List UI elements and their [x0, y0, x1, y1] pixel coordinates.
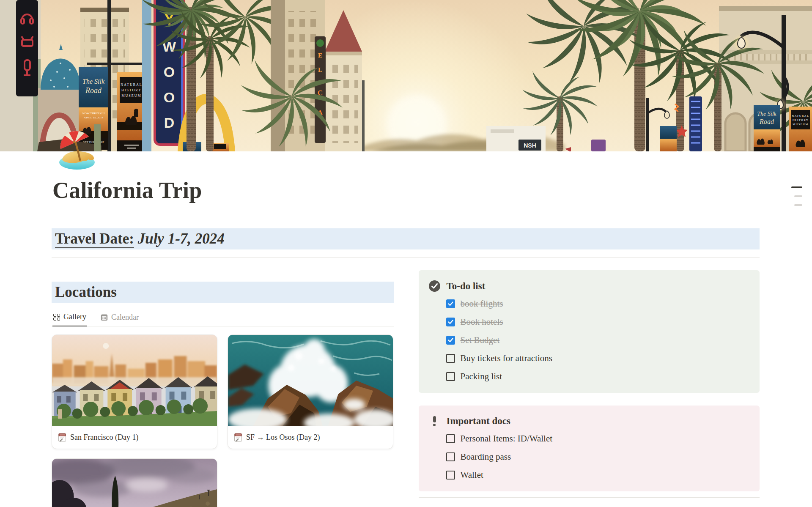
- toc-line[interactable]: [794, 195, 802, 197]
- svg-text:MUSEUM: MUSEUM: [121, 94, 141, 98]
- travel-date-label: Travel Date:: [55, 230, 134, 248]
- el-capitan-sign: E L C A: [315, 36, 326, 143]
- svg-text:HISTORY: HISTORY: [793, 118, 809, 121]
- todo-items: book flights Book hotels Set Budget: [446, 299, 750, 382]
- card-san-francisco[interactable]: San Francisco (Day 1): [52, 334, 217, 449]
- todo-item-label[interactable]: Buy tickets for attractions: [461, 353, 553, 364]
- todo-item-label[interactable]: Packing list: [461, 371, 502, 382]
- important-docs-callout: Important docs Personal Items: ID/Wallet…: [419, 406, 760, 491]
- travel-date-heading[interactable]: Travel Date: July 1-7, 2024: [52, 228, 760, 249]
- card-caption-text: San Francisco (Day 1): [70, 433, 138, 442]
- docs-item-label[interactable]: Wallet: [461, 470, 483, 480]
- gallery-grid: San Francisco (Day 1): [52, 334, 394, 507]
- grid-icon: [53, 314, 60, 321]
- docs-item-label[interactable]: Boarding pass: [461, 452, 511, 462]
- card-caption: San Francisco (Day 1): [52, 426, 217, 449]
- checkbox-unchecked[interactable]: [446, 354, 455, 363]
- right-column: To-do list book flights Book hotels: [419, 270, 760, 502]
- card-hollywood[interactable]: HOLLYWOOD: [52, 458, 217, 507]
- memo-icon: [58, 433, 66, 442]
- travel-date-value: July 1-7, 2024: [134, 230, 225, 247]
- exclamation-icon: [429, 416, 440, 426]
- docs-heading[interactable]: Important docs: [447, 416, 510, 427]
- divider: [52, 257, 760, 258]
- svg-text:Road: Road: [85, 86, 102, 95]
- todo-item: Book hotels: [446, 317, 750, 327]
- cover-image: NSH The Silk Road NOW THROUGH APRIL 15, …: [0, 0, 812, 151]
- svg-text:NATURAL: NATURAL: [792, 114, 809, 117]
- card-caption-text: SF → Los Osos (Day 2): [246, 433, 320, 442]
- silk-road-banner-right: The Silk Road: [754, 105, 780, 151]
- tab-gallery[interactable]: Gallery: [52, 310, 87, 326]
- svg-text:NOW THROUGH: NOW THROUGH: [82, 112, 104, 115]
- card-image-ocean-waves: [228, 335, 393, 426]
- todo-item-label[interactable]: Set Budget: [461, 335, 500, 345]
- todo-header: To-do list: [429, 280, 750, 292]
- card-image-hollywood-sign: HOLLYWOOD: [52, 459, 217, 507]
- calendar-icon: [101, 314, 108, 321]
- svg-text:The Silk: The Silk: [82, 78, 105, 85]
- checkbox-unchecked[interactable]: [446, 471, 455, 480]
- docs-item: Wallet: [446, 470, 750, 480]
- todo-item: Buy tickets for attractions: [446, 353, 750, 364]
- toc-line[interactable]: [794, 204, 802, 206]
- todo-item: Packing list: [446, 371, 750, 382]
- divider: [419, 401, 760, 401]
- todo-item-label[interactable]: book flights: [461, 299, 503, 309]
- memo-icon: [234, 433, 242, 442]
- svg-text:Road: Road: [759, 118, 774, 125]
- docs-item: Boarding pass: [446, 452, 750, 462]
- two-column-layout: Locations Gallery Calendar: [52, 270, 760, 507]
- museum-banner: NATURAL HISTORY MUSEUM: [117, 72, 146, 151]
- view-tabs: Gallery Calendar: [52, 310, 394, 326]
- svg-text:APRIL 15, 2014: APRIL 15, 2014: [84, 116, 104, 119]
- todo-item: Set Budget: [446, 335, 750, 345]
- table-of-contents-widget[interactable]: [791, 186, 802, 206]
- museum-banner-right: NATURAL HISTORY MUSEUM: [789, 107, 812, 151]
- docs-item: Personal Items: ID/Wallet: [446, 433, 750, 444]
- todo-item: book flights: [446, 299, 750, 309]
- checkbox-checked[interactable]: [446, 299, 455, 308]
- checkbox-checked[interactable]: [446, 318, 455, 326]
- page-body: California Trip Travel Date: July 1-7, 2…: [0, 151, 812, 507]
- svg-text:O: O: [164, 89, 175, 105]
- checkbox-unchecked[interactable]: [446, 372, 455, 381]
- hollywood-boulevard-photo: NSH The Silk Road NOW THROUGH APRIL 15, …: [0, 0, 812, 151]
- tab-calendar[interactable]: Calendar: [100, 310, 140, 326]
- svg-text:D: D: [164, 115, 175, 131]
- svg-text:E: E: [318, 52, 322, 59]
- locations-heading[interactable]: Locations: [52, 282, 394, 303]
- svg-text:MUSEUM: MUSEUM: [793, 123, 809, 126]
- svg-text:NATURAL: NATURAL: [121, 83, 142, 87]
- docs-item-label[interactable]: Personal Items: ID/Wallet: [461, 433, 553, 444]
- svg-text:O: O: [164, 64, 175, 80]
- checkbox-unchecked[interactable]: [446, 434, 455, 443]
- card-image-painted-ladies: [52, 335, 217, 426]
- todo-item-label[interactable]: Book hotels: [461, 317, 503, 327]
- tab-gallery-label: Gallery: [63, 312, 86, 321]
- docs-header: Important docs: [429, 416, 750, 427]
- card-caption: SF → Los Osos (Day 2): [228, 426, 393, 449]
- svg-text:L: L: [318, 66, 322, 73]
- checkbox-unchecked[interactable]: [446, 452, 455, 461]
- toc-line-active[interactable]: [791, 186, 802, 188]
- left-column: Locations Gallery Calendar: [52, 270, 394, 507]
- todo-callout: To-do list book flights Book hotels: [419, 270, 760, 393]
- card-sf-los-osos[interactable]: SF → Los Osos (Day 2): [228, 334, 393, 449]
- docs-items: Personal Items: ID/Wallet Boarding pass …: [446, 433, 750, 480]
- tab-calendar-label: Calendar: [111, 313, 139, 322]
- todo-heading[interactable]: To-do list: [447, 281, 486, 292]
- cover-nsh-sign: NSH: [524, 142, 536, 149]
- check-circle-icon: [429, 280, 440, 292]
- divider: [419, 497, 760, 498]
- checkbox-checked[interactable]: [446, 336, 455, 345]
- beach-umbrella-page-icon[interactable]: [57, 130, 98, 171]
- page-title[interactable]: California Trip: [52, 178, 760, 203]
- svg-text:The Silk: The Silk: [757, 111, 776, 117]
- svg-text:HISTORY: HISTORY: [121, 88, 142, 92]
